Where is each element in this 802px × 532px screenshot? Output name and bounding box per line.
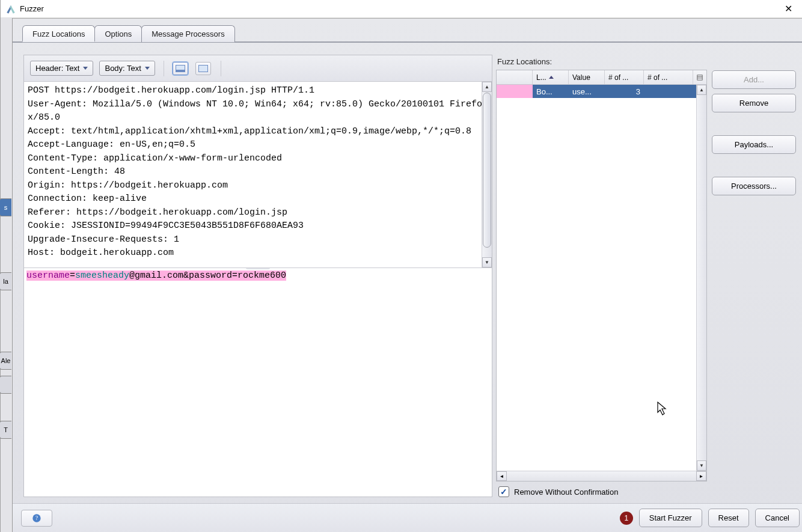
cancel-button[interactable]: Cancel [755, 509, 800, 527]
body-editor[interactable]: username=smeesheady@gmail.com&password=r… [24, 268, 492, 497]
body-text: username=smeesheady@gmail.com&password=r… [24, 268, 492, 497]
scroll-down-icon[interactable]: ▼ [482, 257, 492, 268]
table-header: L... Value # of ... # of ... [497, 70, 706, 85]
parent-tab-sites[interactable]: s [0, 198, 11, 216]
body-view-label: Body: Text [105, 64, 141, 73]
parent-tab-alerts[interactable]: Ale [0, 352, 11, 370]
toolbar-separator [164, 61, 164, 76]
vertical-scrollbar[interactable]: ▲ ▼ [696, 85, 706, 471]
locations-column: Fuzz Locations: L... Value # of ... # of… [496, 55, 707, 497]
parent-sidebar-tabs: s la Ale T [1, 18, 13, 532]
locations-label: Fuzz Locations: [496, 55, 707, 70]
app-icon [5, 4, 16, 14]
scroll-up-icon[interactable]: ▲ [482, 82, 492, 92]
header-editor[interactable]: POST https://bodgeit.herokuapp.com/login… [24, 82, 492, 268]
row-value: use... [569, 86, 605, 97]
bottom-bar: ? 1 Start Fuzzer Reset Cancel [13, 503, 802, 532]
processors-button[interactable]: Processors... [712, 177, 796, 195]
table-body: Bo... use... 3 0 ▲ ▼ [497, 85, 706, 471]
check-icon: ✓ [500, 487, 507, 497]
row-color-swatch [497, 85, 533, 98]
row-payload-count: 3 [605, 86, 644, 97]
notification-badge: 1 [620, 512, 633, 525]
remove-confirm-row: ✓ Remove Without Confirmation [496, 482, 707, 497]
tab-options[interactable]: Options [94, 25, 142, 42]
vertical-resize-handle[interactable] [246, 268, 270, 269]
scroll-left-icon[interactable]: ◄ [497, 471, 507, 481]
sort-asc-icon [549, 76, 554, 79]
title-bar: Fuzzer ✕ [1, 0, 802, 18]
payloads-button[interactable]: Payloads... [712, 135, 796, 154]
scroll-up-icon[interactable]: ▲ [697, 85, 706, 95]
column-location[interactable]: L... [533, 70, 569, 84]
editor-split: POST https://bodgeit.herokuapp.com/login… [24, 82, 492, 497]
tab-message-processors[interactable]: Message Processors [141, 25, 234, 42]
table-row[interactable]: Bo... use... 3 0 [497, 85, 706, 98]
horizontal-scrollbar[interactable]: ◄ ► [497, 471, 706, 481]
scroll-down-icon[interactable]: ▼ [697, 460, 706, 471]
column-num-processors[interactable]: # of ... [644, 70, 693, 84]
remove-confirm-label: Remove Without Confirmation [514, 488, 618, 497]
help-icon: ? [32, 513, 41, 523]
layout-full-button[interactable] [195, 62, 211, 75]
dialog-content: Fuzz Locations Options Message Processor… [13, 18, 802, 532]
request-toolbar: Header: Text Body: Text [24, 55, 492, 82]
parent-tab-4[interactable] [0, 376, 11, 394]
scroll-right-icon[interactable]: ► [696, 471, 706, 481]
request-panel: Header: Text Body: Text POST https://bod… [23, 55, 492, 497]
reset-button[interactable]: Reset [708, 509, 749, 527]
chevron-down-icon [145, 67, 150, 70]
layout-split-horizontal-button[interactable] [173, 62, 188, 75]
tabs-strip: Fuzz Locations Options Message Processor… [13, 19, 802, 43]
svg-text:?: ? [35, 515, 38, 521]
header-view-combo[interactable]: Header: Text [30, 61, 93, 76]
locations-panel: Fuzz Locations: L... Value # of ... # of… [496, 55, 796, 497]
column-config-icon[interactable] [693, 70, 706, 84]
window-title: Fuzzer [20, 4, 44, 13]
column-color[interactable] [497, 70, 533, 84]
start-fuzzer-button[interactable]: Start Fuzzer [639, 509, 702, 527]
vertical-scrollbar[interactable]: ▲ ▼ [482, 82, 492, 268]
locations-table: L... Value # of ... # of ... Bo... use..… [496, 70, 707, 482]
parent-tab-5[interactable]: T [0, 421, 11, 439]
fuzzer-window: Fuzzer ✕ s la Ale T Fuzz Locations Optio… [0, 0, 802, 532]
header-view-label: Header: Text [35, 64, 79, 73]
main-area: Header: Text Body: Text POST https://bod… [13, 44, 802, 503]
close-button[interactable]: ✕ [780, 1, 797, 17]
column-num-payloads[interactable]: # of ... [605, 70, 644, 84]
remove-confirm-checkbox[interactable]: ✓ [498, 486, 509, 497]
location-actions: Add... Remove Payloads... Processors... [712, 55, 796, 497]
header-text: POST https://bodgeit.herokuapp.com/login… [24, 82, 492, 268]
scroll-thumb[interactable] [483, 93, 491, 248]
help-button[interactable]: ? [21, 510, 52, 527]
row-location: Bo... [533, 86, 569, 97]
remove-button[interactable]: Remove [712, 94, 796, 112]
add-button[interactable]: Add... [712, 70, 796, 89]
svg-rect-0 [697, 75, 702, 79]
body-view-combo[interactable]: Body: Text [99, 61, 155, 76]
chevron-down-icon [83, 67, 88, 70]
toolbar-separator [221, 61, 221, 76]
parent-tab-2[interactable]: la [0, 272, 11, 290]
tab-fuzz-locations[interactable]: Fuzz Locations [22, 25, 95, 42]
column-value[interactable]: Value [569, 70, 605, 84]
